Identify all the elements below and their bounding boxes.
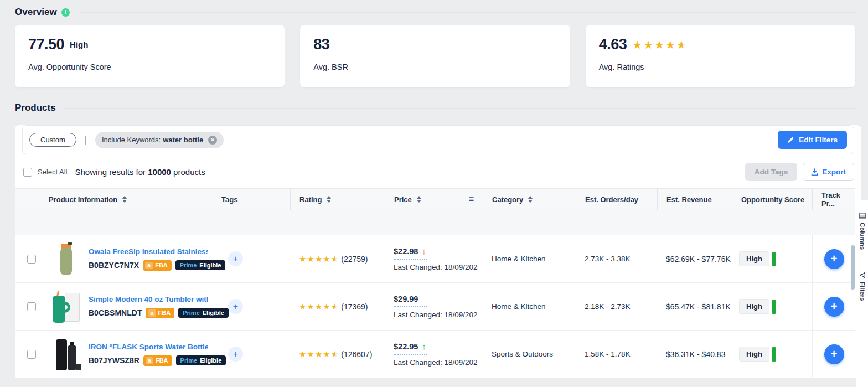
avg-bsr-value: 83	[313, 36, 329, 53]
products-title: Products	[15, 102, 56, 113]
card-avg-ratings: 4.63 ★★★★★★ Avg. Ratings	[586, 25, 855, 87]
star-rating-icons: ★★★★★★	[299, 302, 339, 312]
products-header: Products	[15, 102, 855, 113]
rating-cell: ★★★★★★ (17369)	[290, 283, 385, 330]
est-revenue-cell: $36.31K - $40.83	[657, 331, 732, 378]
product-title-link[interactable]: Owala FreeSip Insulated Stainless...	[89, 247, 208, 256]
star-rating-icons: ★★★★★★	[299, 349, 339, 359]
select-all-checkbox[interactable]	[23, 168, 32, 177]
score-bar	[772, 347, 776, 362]
sort-icon[interactable]	[528, 196, 533, 203]
row-checkbox[interactable]	[27, 255, 36, 264]
track-product-button[interactable]: +	[824, 297, 844, 317]
score-bar	[772, 300, 776, 314]
opportunity-score-tag: High	[70, 40, 88, 49]
header-est-revenue: Est. Revenue	[657, 189, 732, 210]
price-value: $22.95	[394, 342, 418, 351]
avg-ratings-label: Avg. Ratings	[599, 63, 842, 71]
avg-ratings-value: 4.63	[599, 36, 627, 53]
header-tags: Tags	[213, 189, 290, 210]
price-down-icon: ↓	[422, 246, 426, 256]
product-asin: B0CBSMNLDT	[89, 308, 142, 317]
filter-divider: |	[85, 135, 87, 145]
overview-cards: 77.50 High Avg. Opportunity Score 83 Avg…	[15, 25, 855, 87]
opportunity-score-cell: High	[732, 331, 812, 378]
price-history-underline[interactable]	[394, 259, 427, 260]
opportunity-score-cell: High	[732, 235, 812, 282]
header-rating[interactable]: Rating	[290, 189, 385, 210]
close-icon[interactable]: ✕	[208, 136, 217, 145]
results-summary: Showing results for 10000 products	[75, 167, 205, 177]
price-history-underline[interactable]	[394, 306, 427, 307]
rating-count: (22759)	[341, 255, 368, 264]
products-table: Product Information Tags Rating Price ≡ …	[15, 188, 855, 378]
card-opportunity-score: 77.50 High Avg. Opportunity Score	[15, 25, 285, 87]
results-count: 10000	[148, 167, 171, 177]
est-revenue-cell: $62.69K - $77.76K	[657, 235, 732, 282]
add-tag-button[interactable]: +	[228, 299, 243, 314]
price-last-changed: Last Changed: 18/09/202	[394, 311, 478, 319]
star-rating-icons: ★★★★★★	[632, 38, 688, 51]
table-header-row: Product Information Tags Rating Price ≡ …	[15, 188, 855, 210]
price-history-underline[interactable]	[394, 354, 427, 355]
table-row: Simple Modern 40 oz Tumbler with... B0CB…	[15, 283, 855, 331]
custom-preset-pill[interactable]: Custom	[29, 133, 76, 147]
filters-panel-toggle[interactable]: Filters	[859, 272, 866, 301]
header-price[interactable]: Price ≡	[385, 189, 483, 210]
score-badge: High	[739, 347, 769, 362]
track-product-button[interactable]: +	[824, 249, 844, 269]
product-asin: B07JYWSZ8R	[89, 356, 140, 365]
empty-filter-row	[15, 210, 855, 235]
price-cell: $22.98↓ Last Changed: 18/09/202	[385, 235, 483, 282]
price-cell: $29.99 Last Changed: 18/09/202	[385, 283, 483, 330]
header-opportunity-score: Opportunity Score	[732, 189, 812, 210]
table-row: IRON °FLASK Sports Water Bottle... B07JY…	[15, 331, 855, 378]
rating-count: (17369)	[341, 302, 368, 311]
overview-title: Overview	[15, 7, 57, 18]
rating-count: (126607)	[341, 350, 372, 359]
track-product-button[interactable]: +	[824, 344, 844, 364]
product-title-link[interactable]: Simple Modern 40 oz Tumbler with...	[89, 295, 208, 303]
columns-panel-toggle[interactable]: Columns	[859, 213, 866, 250]
score-bar	[772, 252, 776, 266]
overview-header: Overview i	[15, 7, 855, 18]
export-button[interactable]: Export	[803, 163, 854, 181]
avg-bsr-label: Avg. BSR	[313, 63, 556, 71]
vertical-scrollbar[interactable]	[851, 245, 855, 290]
divider	[65, 108, 855, 109]
select-all-label: Select All	[38, 168, 67, 176]
add-tag-button[interactable]: +	[228, 347, 243, 362]
keyword-chip-value: water bottle	[163, 136, 203, 144]
product-image	[48, 288, 82, 325]
keyword-chip-prefix: Include Keywords:	[102, 136, 161, 144]
amazon-icon: a	[148, 309, 156, 317]
price-last-changed: Last Changed: 18/09/202	[394, 263, 478, 271]
est-orders-cell: 2.73K - 3.38K	[576, 235, 657, 282]
sort-icon[interactable]	[417, 196, 421, 203]
info-icon[interactable]: i	[61, 8, 70, 17]
table-row: Owala FreeSip Insulated Stainless... B0B…	[15, 235, 855, 283]
download-icon	[811, 168, 818, 176]
est-orders-cell: 2.18K - 2.73K	[576, 283, 657, 330]
add-tag-button[interactable]: +	[228, 251, 243, 266]
sort-icon[interactable]	[327, 196, 331, 203]
divider	[79, 12, 855, 13]
category-cell: Home & Kitchen	[483, 283, 576, 330]
row-checkbox[interactable]	[27, 350, 36, 359]
product-title-link[interactable]: IRON °FLASK Sports Water Bottle...	[89, 343, 208, 351]
rating-cell: ★★★★★★ (126607)	[290, 331, 385, 378]
keyword-filter-chip[interactable]: Include Keywords:water bottle ✕	[95, 132, 224, 148]
sort-icon[interactable]	[122, 196, 127, 203]
opportunity-score-label: Avg. Opportunity Score	[28, 63, 271, 71]
header-product-information[interactable]: Product Information	[15, 189, 213, 210]
edit-filters-button[interactable]: Edit Filters	[778, 131, 847, 149]
amazon-icon: a	[146, 357, 153, 364]
row-checkbox[interactable]	[27, 302, 36, 311]
card-avg-bsr: 83 Avg. BSR	[300, 25, 570, 87]
header-category[interactable]: Category	[483, 189, 576, 210]
header-track-products: Track Pr...	[812, 189, 855, 210]
column-menu-icon[interactable]: ≡	[469, 194, 474, 204]
page: Overview i 77.50 High Avg. Opportunity S…	[0, 0, 868, 387]
price-cell: $22.95↑ Last Changed: 18/09/202	[385, 331, 483, 378]
add-tags-button[interactable]: Add Tags	[745, 163, 798, 181]
